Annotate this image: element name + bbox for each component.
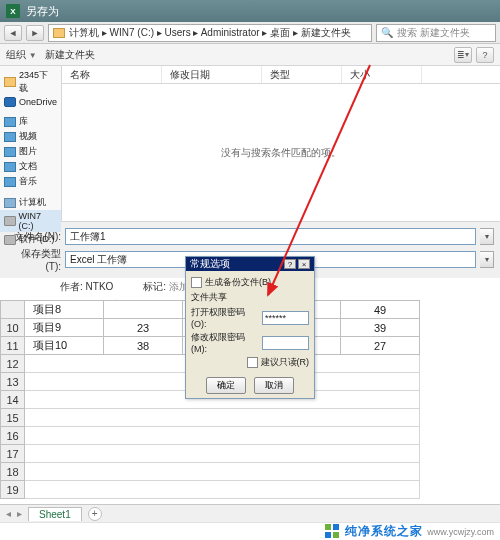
backup-checkbox[interactable]: [191, 277, 202, 288]
organize-toolbar: 组织 ▼ 新建文件夹 ≣ ▾ ?: [0, 44, 500, 66]
row-header[interactable]: 16: [1, 427, 25, 445]
search-icon: 🔍: [381, 27, 393, 38]
mod-pwd-input[interactable]: [262, 336, 309, 350]
row-header[interactable]: 14: [1, 391, 25, 409]
footer-watermark: 纯净系统之家 www.ycwjzy.com: [0, 522, 500, 540]
sheet-tabs: ◂ ▸ Sheet1 +: [0, 504, 500, 522]
readonly-checkbox[interactable]: [247, 357, 258, 368]
cell[interactable]: 27: [341, 337, 420, 355]
main-pane: 2345下载OneDrive库视频图片文档音乐计算机WIN7 (C:)软件 (D…: [0, 66, 500, 221]
cell[interactable]: [25, 463, 420, 481]
tree-item-label: OneDrive: [19, 97, 57, 107]
brand-logo-icon: [325, 524, 341, 540]
brand-name: 纯净系统之家: [345, 523, 423, 540]
tree-item[interactable]: 音乐: [0, 174, 61, 189]
tree-item-icon: [4, 177, 16, 187]
search-placeholder: 搜索 新建文件夹: [397, 26, 470, 40]
cell[interactable]: [25, 481, 420, 499]
row-header[interactable]: 17: [1, 445, 25, 463]
row-header[interactable]: 11: [1, 337, 25, 355]
author-value[interactable]: NTKO: [86, 281, 114, 292]
row-header[interactable]: 19: [1, 481, 25, 499]
brand-url: www.ycwjzy.com: [427, 527, 494, 537]
folder-tree[interactable]: 2345下载OneDrive库视频图片文档音乐计算机WIN7 (C:)软件 (D…: [0, 66, 62, 221]
tree-item[interactable]: WIN7 (C:): [0, 210, 61, 232]
organize-button[interactable]: 组织 ▼: [6, 48, 37, 62]
row-header[interactable]: 15: [1, 409, 25, 427]
cell[interactable]: 39: [341, 319, 420, 337]
tree-item-label: WIN7 (C:): [19, 211, 57, 231]
open-pwd-input[interactable]: ******: [262, 311, 309, 325]
cell[interactable]: 49: [341, 301, 420, 319]
options-dialog: 常规选项 ? × 生成备份文件(B) 文件共享 打开权限密码(O):******…: [185, 256, 315, 399]
col-type[interactable]: 类型: [262, 66, 342, 83]
tree-item[interactable]: 文档: [0, 159, 61, 174]
tree-item-icon: [4, 132, 16, 142]
cell[interactable]: 23: [104, 319, 183, 337]
path-box[interactable]: 计算机 ▸ WIN7 (C:) ▸ Users ▸ Administrator …: [48, 24, 372, 42]
excel-icon: X: [6, 4, 20, 18]
tree-item-icon: [4, 162, 16, 172]
forward-button[interactable]: ►: [26, 25, 44, 41]
tree-item-icon: [4, 216, 16, 226]
fileshare-label: 文件共享: [191, 291, 309, 304]
tree-item-label: 库: [19, 115, 28, 128]
tree-item-label: 2345下载: [19, 69, 57, 95]
tree-item[interactable]: 计算机: [0, 195, 61, 210]
folder-icon: [53, 28, 65, 38]
tree-item[interactable]: 库: [0, 114, 61, 129]
tab-next[interactable]: ▸: [17, 508, 22, 519]
breadcrumb: 计算机 ▸ WIN7 (C:) ▸ Users ▸ Administrator …: [69, 26, 351, 40]
cell[interactable]: 38: [104, 337, 183, 355]
dialog-title: 另存为: [26, 4, 59, 19]
cell[interactable]: [25, 409, 420, 427]
tree-item-icon: [4, 117, 16, 127]
cell[interactable]: 项目9: [25, 319, 104, 337]
col-name[interactable]: 名称: [62, 66, 162, 83]
cell[interactable]: 项目10: [25, 337, 104, 355]
cell[interactable]: [25, 427, 420, 445]
tree-item-icon: [4, 97, 16, 107]
tree-item[interactable]: 2345下载: [0, 68, 61, 96]
open-pwd-label: 打开权限密码(O):: [191, 306, 259, 329]
cell[interactable]: 项目8: [25, 301, 104, 319]
options-cancel-button[interactable]: 取消: [254, 377, 294, 394]
type-label: 保存类型(T):: [6, 247, 61, 272]
tree-item[interactable]: 图片: [0, 144, 61, 159]
row-header[interactable]: 13: [1, 373, 25, 391]
col-date[interactable]: 修改日期: [162, 66, 262, 83]
help-button[interactable]: ?: [476, 47, 494, 63]
tree-item-icon: [4, 147, 16, 157]
tree-item[interactable]: 视频: [0, 129, 61, 144]
tree-item[interactable]: OneDrive: [0, 96, 61, 108]
cell[interactable]: [104, 301, 183, 319]
tree-item-label: 视频: [19, 130, 37, 143]
tree-item-label: 文档: [19, 160, 37, 173]
dialog-help-icon[interactable]: ?: [284, 259, 296, 269]
mod-pwd-label: 修改权限密码(M):: [191, 331, 259, 354]
options-title: 常规选项: [190, 257, 230, 271]
back-button[interactable]: ◄: [4, 25, 22, 41]
newfolder-button[interactable]: 新建文件夹: [45, 48, 95, 62]
row-header[interactable]: 10: [1, 319, 25, 337]
tree-item-label: 图片: [19, 145, 37, 158]
options-ok-button[interactable]: 确定: [206, 377, 246, 394]
tree-item-icon: [4, 198, 16, 208]
filename-input[interactable]: 工作簿1: [65, 228, 476, 245]
row-header[interactable]: 12: [1, 355, 25, 373]
sheet-tab[interactable]: Sheet1: [28, 507, 82, 521]
titlebar: X 另存为: [0, 0, 500, 22]
type-dropdown[interactable]: ▾: [480, 251, 494, 268]
tab-prev[interactable]: ◂: [6, 508, 11, 519]
add-sheet-button[interactable]: +: [88, 507, 102, 521]
cell[interactable]: [25, 445, 420, 463]
search-input[interactable]: 🔍 搜索 新建文件夹: [376, 24, 496, 42]
tree-item-label: 软件 (D:): [19, 233, 55, 246]
view-button[interactable]: ≣ ▾: [454, 47, 472, 63]
row-header[interactable]: 18: [1, 463, 25, 481]
col-size[interactable]: 大小: [342, 66, 422, 83]
dialog-close-icon[interactable]: ×: [298, 259, 310, 269]
tree-item[interactable]: 软件 (D:): [0, 232, 61, 247]
row-header[interactable]: [1, 301, 25, 319]
filename-dropdown[interactable]: ▾: [480, 228, 494, 245]
